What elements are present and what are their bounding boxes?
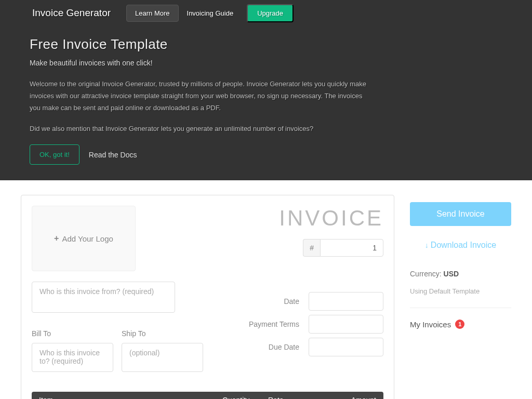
invoice-count-badge: 1	[455, 320, 464, 329]
template-text[interactable]: Using Default Template	[410, 287, 511, 308]
main-container: + Add Your Logo INVOICE # Bill To	[0, 180, 532, 399]
currency-row[interactable]: Currency: USD	[410, 270, 511, 278]
payment-terms-label: Payment Terms	[249, 320, 299, 328]
learn-more-button[interactable]: Learn More	[126, 5, 178, 22]
invoicing-guide-link[interactable]: Invoicing Guide	[179, 5, 242, 21]
hero-title: Free Invoice Template	[30, 36, 502, 52]
items-table: Item Quantity Rate Amount $ $0.00	[32, 392, 383, 399]
hero-section: Free Invoice Template Make beautiful inv…	[0, 26, 532, 180]
sidebar: Send Invoice ↓ Download Invoice Currency…	[410, 195, 511, 399]
add-logo-label: Add Your Logo	[62, 234, 113, 243]
my-invoices-link[interactable]: My Invoices 1	[410, 320, 511, 329]
items-header: Item Quantity Rate Amount	[32, 392, 383, 399]
navbar: Invoice Generator Learn More Invoicing G…	[0, 0, 532, 26]
invoice-hash-label: #	[303, 239, 320, 257]
due-date-label: Due Date	[269, 343, 299, 351]
col-quantity-header: Quantity	[222, 396, 268, 399]
invoice-panel: + Add Your Logo INVOICE # Bill To	[21, 195, 394, 399]
download-icon: ↓	[425, 241, 429, 249]
bill-to-input[interactable]	[32, 343, 113, 372]
col-item-header: Item	[39, 396, 222, 399]
hero-para2: Did we also mention that Invoice Generat…	[30, 123, 367, 135]
invoice-heading: INVOICE	[279, 206, 383, 231]
invoice-number-input[interactable]	[320, 239, 383, 257]
currency-label: Currency:	[410, 270, 444, 278]
bill-to-label: Bill To	[32, 329, 113, 338]
download-invoice-button[interactable]: ↓ Download Invoice	[410, 235, 511, 255]
my-invoices-label: My Invoices	[410, 320, 451, 329]
from-input[interactable]	[32, 282, 175, 313]
currency-value: USD	[444, 270, 459, 278]
ok-got-it-button[interactable]: OK, got it!	[30, 144, 79, 165]
brand-logo[interactable]: Invoice Generator	[32, 7, 111, 19]
ship-to-input[interactable]	[122, 343, 203, 372]
date-input[interactable]	[309, 292, 383, 311]
read-docs-link[interactable]: Read the Docs	[89, 151, 137, 159]
add-logo-button[interactable]: + Add Your Logo	[32, 206, 136, 271]
hero-subtitle: Make beautiful invoices with one click!	[30, 59, 502, 67]
send-invoice-button[interactable]: Send Invoice	[410, 202, 511, 226]
hero-para1: Welcome to the original Invoice Generato…	[30, 78, 367, 114]
col-amount-header: Amount	[323, 396, 376, 399]
hero-actions: OK, got it! Read the Docs	[30, 144, 502, 165]
ship-to-label: Ship To	[122, 329, 203, 338]
download-label: Download Invoice	[431, 241, 496, 250]
upgrade-button[interactable]: Upgrade	[247, 4, 294, 22]
plus-icon: +	[54, 234, 59, 243]
date-label: Date	[284, 297, 299, 305]
payment-terms-input[interactable]	[309, 315, 383, 334]
col-rate-header: Rate	[268, 396, 323, 399]
due-date-input[interactable]	[309, 338, 383, 356]
